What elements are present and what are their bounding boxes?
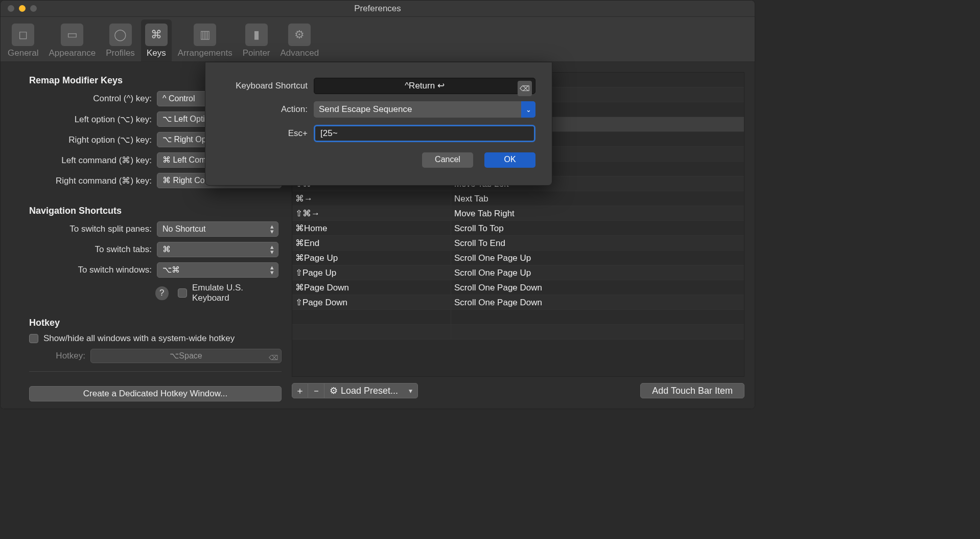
ok-button[interactable]: OK	[484, 152, 535, 168]
kb-shortcut-value: ^Return ↩	[405, 81, 445, 91]
chevron-updown-icon: ▴▾	[270, 244, 274, 255]
binding-action: Scroll One Page Up	[451, 251, 744, 265]
nav-select-1[interactable]: ⌘▴▾	[157, 242, 278, 257]
binding-action: Scroll One Page Up	[451, 265, 744, 280]
tab-label: General	[8, 48, 38, 58]
add-button[interactable]: ＋	[292, 383, 308, 398]
binding-action: Scroll To Top	[451, 221, 744, 235]
chevron-down-icon: ⌄	[521, 101, 535, 118]
add-touch-bar-button[interactable]: Add Touch Bar Item	[640, 383, 744, 398]
tab-label: Advanced	[281, 48, 319, 58]
binding-key: ⇧Page Down	[292, 295, 451, 309]
binding-key	[292, 325, 451, 339]
esc-input[interactable]: [25~	[314, 125, 535, 142]
tab-general[interactable]: ◻General	[4, 19, 42, 61]
window-title: Preferences	[1, 4, 755, 14]
table-row[interactable]: ⌘Page UpScroll One Page Up	[292, 251, 744, 265]
help-button[interactable]: ?	[155, 286, 169, 300]
showhide-label: Show/hide all windows with a system-wide…	[43, 333, 235, 344]
profiles-icon: ◯	[109, 24, 132, 46]
table-row[interactable]	[292, 310, 744, 325]
table-row[interactable]: ⌘HomeScroll To Top	[292, 221, 744, 236]
table-row[interactable]: ⇧⌘→Move Tab Right	[292, 206, 744, 221]
esc-label: Esc+	[222, 128, 314, 139]
esc-value: [25~	[320, 128, 338, 138]
nav-label: To switch tabs:	[29, 244, 157, 255]
binding-key: ⌘Page Down	[292, 280, 451, 295]
create-hotkey-window-button[interactable]: Create a Dedicated Hotkey Window...	[29, 386, 282, 401]
nav-title: Navigation Shortcuts	[29, 206, 282, 216]
table-row[interactable]: ⌘EndScroll To End	[292, 236, 744, 251]
action-label: Action:	[222, 104, 314, 115]
tab-advanced[interactable]: ⚙Advanced	[276, 19, 323, 61]
load-preset-label: Load Preset...	[341, 386, 398, 396]
tab-appearance[interactable]: ▭Appearance	[44, 19, 100, 61]
hotkey-field-label: Hotkey:	[29, 351, 90, 361]
action-value: Send Escape Sequence	[319, 104, 412, 115]
table-row[interactable]: ⌘Page DownScroll One Page Down	[292, 280, 744, 295]
tab-label: Arrangements	[178, 48, 232, 58]
tab-label: Pointer	[243, 48, 270, 58]
binding-action: Scroll One Page Down	[451, 295, 744, 309]
advanced-icon: ⚙	[288, 24, 311, 46]
hotkey-value: ⌥Space	[170, 351, 202, 360]
table-row[interactable]	[292, 325, 744, 340]
nav-select-0[interactable]: No Shortcut▴▾	[157, 221, 278, 237]
tab-profiles[interactable]: ◯Profiles	[102, 19, 139, 61]
tab-label: Appearance	[49, 48, 96, 58]
binding-action: Next Tab	[451, 191, 744, 206]
nav-label: To switch split panes:	[29, 224, 157, 234]
emulate-label: Emulate U.S. Keyboard	[192, 283, 282, 303]
action-select[interactable]: Send Escape Sequence ⌄	[314, 101, 535, 118]
binding-key: ⌘End	[292, 236, 451, 250]
chevron-updown-icon: ▴▾	[270, 224, 274, 234]
binding-action	[451, 325, 744, 339]
hotkey-input[interactable]: ⌥Space ⌫	[90, 349, 282, 363]
edit-binding-sheet: Keyboard Shortcut ^Return ↩ ⌫ Action: Se…	[205, 62, 552, 186]
tab-label: Keys	[145, 48, 168, 58]
binding-key	[292, 310, 451, 324]
table-row[interactable]: ⇧Page UpScroll One Page Up	[292, 265, 744, 280]
binding-action: Move Tab Right	[451, 206, 744, 220]
nav-select-2[interactable]: ⌥⌘▴▾	[157, 262, 278, 278]
table-footer: ＋ － ⚙ Load Preset... Add Touch Bar Item	[292, 383, 744, 398]
chevron-updown-icon: ▴▾	[270, 265, 274, 275]
keys-icon: ⌘	[145, 24, 168, 46]
tab-label: Profiles	[106, 48, 135, 58]
kb-shortcut-field[interactable]: ^Return ↩ ⌫	[314, 78, 535, 94]
clear-icon[interactable]: ⌫	[269, 351, 278, 365]
table-row[interactable]: ⇧Page DownScroll One Page Down	[292, 295, 744, 310]
binding-key: ⌘Home	[292, 221, 451, 235]
remap-label: Left option (⌥) key:	[29, 114, 157, 125]
toolbar: ◻General▭Appearance◯Profiles⌘Keys▥Arrang…	[1, 17, 755, 62]
remap-label: Control (^) key:	[29, 94, 157, 104]
table-row[interactable]: ⌘→Next Tab	[292, 191, 744, 206]
appearance-icon: ▭	[61, 24, 83, 46]
kb-shortcut-label: Keyboard Shortcut	[222, 81, 314, 91]
emulate-checkbox[interactable]	[178, 288, 187, 298]
binding-action: Scroll To End	[451, 236, 744, 250]
clear-shortcut-icon[interactable]: ⌫	[518, 81, 532, 96]
tab-arrangements[interactable]: ▥Arrangements	[174, 19, 237, 61]
load-preset-button[interactable]: ⚙ Load Preset...	[324, 383, 418, 398]
remap-label: Right command (⌘) key:	[29, 175, 157, 186]
remove-button[interactable]: －	[308, 383, 324, 398]
titlebar: Preferences	[1, 1, 755, 17]
binding-key: ⇧⌘→	[292, 206, 451, 220]
binding-key: ⌘Page Up	[292, 251, 451, 265]
binding-action: Scroll One Page Down	[451, 280, 744, 295]
nav-label: To switch windows:	[29, 265, 157, 275]
cancel-button[interactable]: Cancel	[422, 152, 473, 168]
arrangements-icon: ▥	[194, 24, 216, 46]
general-icon: ◻	[12, 24, 34, 46]
tab-pointer[interactable]: ▮Pointer	[239, 19, 274, 61]
gear-icon: ⚙	[330, 385, 338, 396]
binding-key: ⇧Page Up	[292, 265, 451, 280]
showhide-checkbox[interactable]	[29, 334, 38, 343]
preferences-window: Preferences ◻General▭Appearance◯Profiles…	[0, 0, 755, 409]
binding-key: ⌘→	[292, 191, 451, 206]
remap-label: Left command (⌘) key:	[29, 155, 157, 166]
remap-label: Right option (⌥) key:	[29, 134, 157, 145]
pointer-icon: ▮	[245, 24, 268, 46]
tab-keys[interactable]: ⌘Keys	[141, 19, 172, 61]
